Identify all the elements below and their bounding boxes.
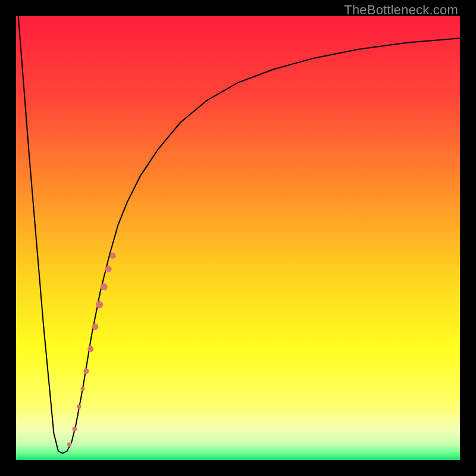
highlight-dot bbox=[73, 427, 77, 431]
highlight-dot bbox=[96, 301, 103, 308]
highlight-dot bbox=[87, 346, 93, 352]
highlight-dot bbox=[67, 442, 71, 446]
watermark-text: TheBottleneck.com bbox=[344, 2, 458, 18]
highlight-dot bbox=[110, 253, 116, 259]
highlight-dot bbox=[80, 387, 84, 391]
bottleneck-chart bbox=[16, 16, 460, 460]
chart-frame: TheBottleneck.com bbox=[0, 0, 476, 476]
highlight-dot bbox=[101, 283, 108, 290]
highlight-dot bbox=[83, 368, 89, 374]
plot-area bbox=[16, 16, 460, 460]
highlight-dot bbox=[92, 324, 98, 330]
highlight-dot bbox=[105, 266, 112, 273]
highlight-dot bbox=[77, 405, 81, 409]
